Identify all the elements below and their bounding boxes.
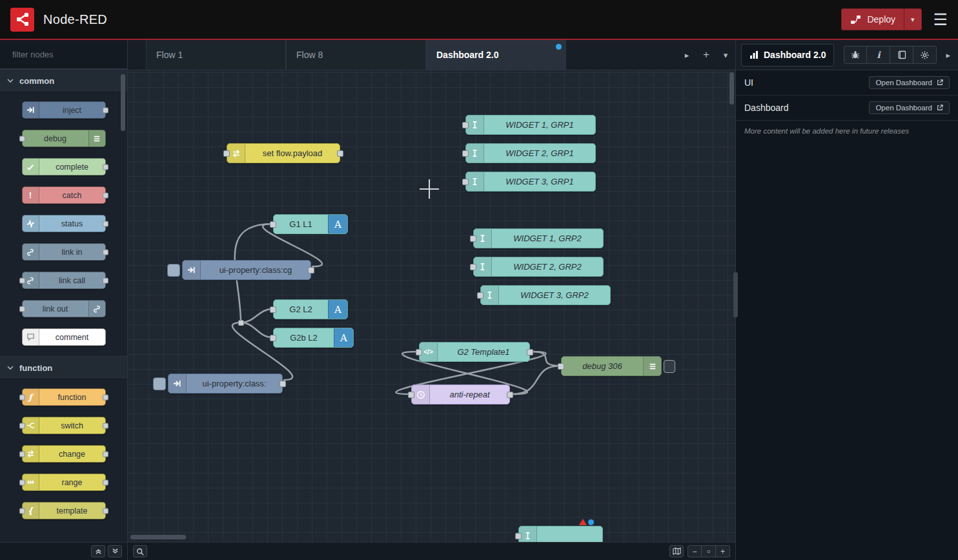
wire[interactable] [241,309,272,323]
node-output-port[interactable] [280,381,286,387]
node-input-port[interactable] [462,179,469,185]
flow-node-widget-1-grp1[interactable]: WIDGET 1, GRP1 [465,115,596,135]
flow-node-widget-1-grp2[interactable]: WIDGET 1, GRP2 [473,228,604,248]
wire[interactable] [241,323,272,337]
node-input-port[interactable] [470,264,476,270]
flow-node-widget-3-grp1[interactable]: WIDGET 3, GRP1 [465,172,596,192]
palette-node-range[interactable]: range [22,474,106,491]
node-input-port[interactable] [408,392,414,398]
palette-node-link-out[interactable]: link out [22,300,106,317]
palette-node-comment[interactable]: comment [22,328,106,346]
sidebar-collapse-button[interactable]: ▸ [943,48,953,63]
wire[interactable] [511,366,560,394]
palette-node-catch[interactable]: ! catch [22,186,106,204]
node-output-port[interactable] [507,392,513,398]
flow-node-set-flow-payload[interactable]: set flow.payload [227,143,340,163]
palette-node-label: function [39,389,105,405]
flow-list-button[interactable]: ▾ [716,40,735,70]
palette-scrollbar-thumb[interactable] [121,74,125,131]
zoom-out-button[interactable]: − [688,545,702,557]
node-input-port[interactable] [470,235,476,242]
flow-node-widget-3-grp2[interactable]: WIDGET 3, GRP2 [480,285,611,305]
tab-dashboard-2-0[interactable]: Dashboard 2.0 [426,40,566,70]
settings-sidebar-button[interactable] [913,46,937,64]
help-sidebar-button[interactable] [890,46,913,64]
node-input-port[interactable] [270,221,276,228]
deploy-options-caret[interactable]: ▾ [904,9,921,30]
node-input-port[interactable] [515,533,522,539]
navigator-toggle-button[interactable] [669,545,684,557]
palette-category-function[interactable]: function [0,356,127,379]
node-output-port[interactable] [337,150,343,157]
palette-node-debug[interactable]: debug [22,130,106,147]
sidebar-tab-label: Dashboard 2.0 [764,50,826,60]
open-dashboard-button[interactable]: Open Dashboard [869,76,950,89]
palette-node-status[interactable]: status [22,215,106,232]
expand-categories-button[interactable] [108,545,122,557]
tab-flow-8[interactable]: Flow 8 [286,40,426,70]
node-input-port[interactable] [477,292,484,299]
debug-toggle-button[interactable] [664,360,675,373]
flow-node-partial-bottom[interactable] [518,526,603,542]
sidebar-resize-grip[interactable] [733,272,738,317]
node-output-port[interactable] [527,349,533,355]
node-input-port[interactable] [462,122,469,128]
inject-button[interactable] [167,264,180,277]
flow-node-widget-2-grp1[interactable]: WIDGET 2, GRP1 [465,143,596,163]
palette-category-common[interactable]: common [0,69,127,92]
zoom-reset-button[interactable]: ○ [702,545,716,557]
flow-node-widget-2-grp2[interactable]: WIDGET 2, GRP2 [473,257,604,277]
palette-node-change[interactable]: change [22,445,106,463]
tab-flow-1[interactable]: Flow 1 [146,40,286,70]
palette-node-link-in[interactable]: link in [22,243,106,261]
horizontal-scrollbar-thumb[interactable] [130,535,186,539]
palette-node-function[interactable]: ƒ function [22,388,106,406]
sidebar-tab-dashboard-2-0[interactable]: Dashboard 2.0 [741,44,834,66]
palette-node-inject[interactable]: inject [22,101,106,119]
palette-node-complete[interactable]: complete [22,158,106,175]
debug-sidebar-button[interactable] [844,46,867,64]
deploy-button[interactable]: Deploy ▾ [841,8,921,30]
flow-node-ui-property-class[interactable]: ui-property:class: [153,374,283,394]
palette-node-label: inject [39,102,105,118]
vertical-scrollbar-thumb[interactable] [729,72,734,105]
inject-button[interactable] [153,377,166,390]
palette-node-label: complete [39,159,105,175]
node-red-logo [10,8,34,32]
open-dashboard-button[interactable]: Open Dashboard [869,101,950,114]
exclamation-icon: ! [23,187,39,203]
flow-node-ui-property-class-cg[interactable]: ui-property:class:cg [167,260,311,280]
wire-junction[interactable] [238,320,244,326]
search-flows-button[interactable] [133,545,147,557]
flow-node-debug-306[interactable]: debug 306 [561,356,675,376]
node-input-port[interactable] [270,306,276,313]
node-input-port[interactable] [223,150,230,157]
flow-node-g1-l1[interactable]: G1 L1 A [273,214,348,234]
flow-canvas[interactable]: set flow.payload WIDGET 1, GRP1 [128,70,735,542]
collapse-categories-button[interactable] [91,545,105,557]
flow-node-g2b-l2[interactable]: G2b L2 A [273,328,354,348]
node-input-port[interactable] [416,349,422,355]
info-sidebar-button[interactable]: i [867,46,890,64]
node-input-port[interactable] [270,335,276,341]
main-menu-button[interactable]: ☰ [933,12,948,28]
tab-scroll-button[interactable]: ▸ [677,40,697,70]
palette-node-link-call[interactable]: link call [22,272,106,289]
node-input-port[interactable] [462,150,469,157]
node-input-port[interactable] [558,363,564,370]
flow-node-anti-repeat[interactable]: anti-repeat [411,385,510,405]
palette-search[interactable] [0,40,127,69]
zoom-in-button[interactable]: + [716,545,730,557]
flow-node-g2-l2[interactable]: G2 L2 A [273,299,348,319]
add-flow-button[interactable]: + [697,40,716,70]
tab-label: Flow 1 [156,50,183,60]
flow-node-g2-template1[interactable]: </> G2 Template1 [419,342,530,362]
node-output-port[interactable] [308,267,314,274]
filter-nodes-input[interactable] [12,50,126,59]
deploy-label: Deploy [867,14,895,25]
palette-node-switch[interactable]: switch [22,417,106,434]
inject-icon [23,102,39,118]
external-link-icon [937,105,943,111]
pulse-icon [23,215,39,232]
palette-node-template[interactable]: { template [22,502,106,519]
